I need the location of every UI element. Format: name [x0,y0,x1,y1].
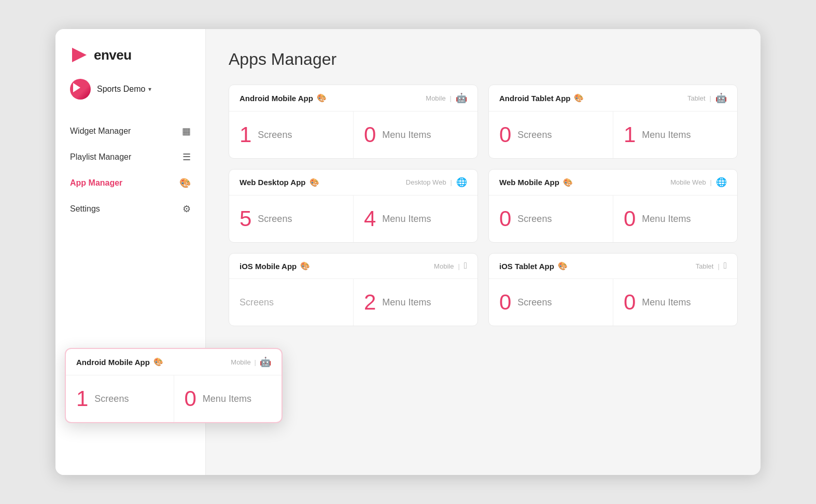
app-manager-label: App Manager [70,178,122,188]
app-platform-ios-tablet: Tablet |  [696,261,727,271]
tooltip-card-header: Android Mobile App 🎨 Mobile | 🤖 [66,349,282,375]
screens-label: Screens [258,130,292,141]
apple-icon-mobile:  [464,261,467,271]
tooltip-card-android-mobile[interactable]: Android Mobile App 🎨 Mobile | 🤖 1 Screen… [65,348,283,423]
sidebar-item-playlist-manager[interactable]: Playlist Manager ☰ [55,144,205,170]
tooltip-card-title: Android Mobile App 🎨 [76,357,163,367]
menu-items-label: Menu Items [642,214,691,225]
screens-label: Screens [258,214,292,225]
menu-items-count: 1 [624,124,636,146]
app-card-web-mobile[interactable]: Web Mobile App 🎨 Mobile Web | 🌐 0 Screen… [488,169,738,243]
android-icon-tablet: 🤖 [715,92,727,104]
widget-manager-label: Widget Manager [70,127,131,136]
app-card-title-android-tablet: Android Tablet App 🎨 [499,93,584,103]
app-card-title-android-mobile: Android Mobile App 🎨 [240,93,327,103]
screens-count: 0 [499,291,511,313]
app-card-header-android-tablet: Android Tablet App 🎨 Tablet | 🤖 [489,85,737,111]
settings-label: Settings [70,204,100,214]
android-icon: 🤖 [456,92,467,104]
app-card-ios-tablet[interactable]: iOS Tablet App 🎨 Tablet |  0 Screens [488,253,738,326]
screens-label: Screens [240,297,274,308]
app-card-header-ios-mobile: iOS Mobile App 🎨 Mobile |  [229,254,477,279]
menu-items-stat-android-tablet: 1 Menu Items [613,111,737,158]
app-platform-android-tablet: Tablet | 🤖 [687,92,727,104]
app-platform-android-mobile: Mobile | 🤖 [426,92,467,104]
menu-items-stat-web-desktop: 4 Menu Items [353,195,477,242]
app-card-title-ios-tablet: iOS Tablet App 🎨 [499,261,568,271]
account-name-text: Sports Demo [97,85,145,94]
palette-icon-android-tablet: 🎨 [574,93,584,103]
screens-count: 5 [240,208,251,230]
tooltip-screens-stat: 1 Screens [66,375,174,422]
tooltip-android-icon: 🤖 [260,356,271,368]
app-card-header-ios-tablet: iOS Tablet App 🎨 Tablet |  [489,254,737,279]
tooltip-screens-count: 1 [76,388,88,410]
sidebar-item-app-manager[interactable]: App Manager 🎨 [55,170,205,196]
app-manager-icon: 🎨 [179,177,191,189]
app-card-web-desktop[interactable]: Web Desktop App 🎨 Desktop Web | 🌐 5 Scre… [229,169,478,243]
menu-items-stat-ios-mobile: 2 Menu Items [353,279,477,326]
svg-marker-0 [72,48,87,62]
screens-stat-ios-mobile: Screens [229,279,353,326]
menu-items-stat-android-mobile: 0 Menu Items [353,111,477,158]
screens-label: Screens [517,214,552,225]
account-avatar [70,79,91,100]
logo-area: enveu [55,29,205,75]
screens-stat-ios-tablet: 0 Screens [489,279,613,326]
app-card-title-ios-mobile: iOS Mobile App 🎨 [240,261,310,271]
tooltip-screens-label: Screens [94,394,129,404]
playlist-manager-label: Playlist Manager [70,152,131,162]
menu-items-label: Menu Items [642,130,691,141]
sidebar-item-settings[interactable]: Settings ⚙ [55,196,205,222]
menu-items-count: 4 [364,208,376,230]
app-card-header-web-desktop: Web Desktop App 🎨 Desktop Web | 🌐 [229,170,477,195]
screens-label: Screens [517,130,552,141]
app-card-title-web-mobile: Web Mobile App 🎨 [499,178,573,187]
menu-items-stat-ios-tablet: 0 Menu Items [613,279,737,326]
screens-stat-android-tablet: 0 Screens [489,111,613,158]
palette-icon-ios-mobile: 🎨 [300,261,310,271]
screens-stat-android-mobile: 1 Screens [229,111,353,158]
screens-stat-web-mobile: 0 Screens [489,195,613,242]
app-stats-ios-tablet: 0 Screens 0 Menu Items [489,279,737,326]
sidebar-item-widget-manager[interactable]: Widget Manager ▦ [55,118,205,144]
menu-items-stat-web-mobile: 0 Menu Items [613,195,737,242]
menu-items-count: 0 [364,124,376,146]
app-card-header-android-mobile: Android Mobile App 🎨 Mobile | 🤖 [229,85,477,111]
palette-icon-web-desktop: 🎨 [309,178,319,187]
palette-icon-ios-tablet: 🎨 [558,261,568,271]
app-card-android-tablet[interactable]: Android Tablet App 🎨 Tablet | 🤖 0 Screen… [488,85,738,159]
app-card-header-web-mobile: Web Mobile App 🎨 Mobile Web | 🌐 [489,170,737,195]
widget-manager-icon: ▦ [182,125,191,137]
brand-name: enveu [94,47,132,63]
apps-grid: Android Mobile App 🎨 Mobile | 🤖 1 Screen… [229,85,738,326]
page-title: Apps Manager [229,50,738,69]
app-card-android-mobile[interactable]: Android Mobile App 🎨 Mobile | 🤖 1 Screen… [229,85,478,159]
playlist-manager-icon: ☰ [182,151,191,163]
logo-arrow-icon [70,46,89,64]
menu-items-label: Menu Items [642,297,691,308]
menu-items-label: Menu Items [382,297,431,308]
account-switcher[interactable]: Sports Demo ▾ [55,75,205,114]
tooltip-menu-items-count: 0 [185,388,196,410]
globe-icon-mobile: 🌐 [716,177,727,188]
tooltip-menu-items-stat: 0 Menu Items [174,375,282,422]
menu-items-count: 0 [624,291,636,313]
app-platform-ios-mobile: Mobile |  [434,261,467,271]
app-stats-web-mobile: 0 Screens 0 Menu Items [489,195,737,242]
app-stats-android-mobile: 1 Screens 0 Menu Items [229,111,477,158]
browser-frame: enveu Sports Demo ▾ Widget Manager ▦ Pla… [55,29,761,475]
palette-icon-web-mobile: 🎨 [563,178,573,187]
menu-items-count: 0 [624,208,636,230]
app-stats-ios-mobile: Screens 2 Menu Items [229,279,477,326]
menu-items-label: Menu Items [382,130,431,141]
palette-icon-android-mobile: 🎨 [317,93,327,103]
globe-icon-desktop: 🌐 [456,177,467,188]
screens-label: Screens [517,297,552,308]
app-stats-android-tablet: 0 Screens 1 Menu Items [489,111,737,158]
tooltip-card-stats: 1 Screens 0 Menu Items [66,375,282,422]
app-card-ios-mobile[interactable]: iOS Mobile App 🎨 Mobile |  Screens 2 [229,253,478,326]
main-content: Apps Manager Android Mobile App 🎨 Mobile… [206,29,761,475]
tooltip-palette-icon: 🎨 [153,357,163,367]
settings-icon: ⚙ [182,203,191,215]
